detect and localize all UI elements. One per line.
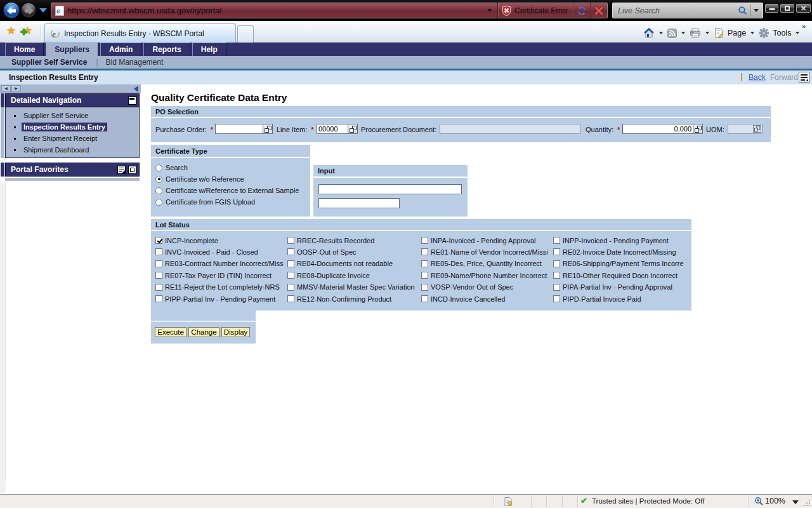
checkbox-option-pipp[interactable]: PIPP-Partial Inv - Pending Payment (155, 295, 275, 303)
page-caret-icon[interactable] (750, 32, 754, 34)
nav-tab-help[interactable]: Help (192, 43, 226, 56)
nav-tab-reports[interactable]: Reports (143, 43, 190, 56)
window-minimize-button[interactable] (765, 4, 778, 13)
checkbox[interactable] (287, 272, 294, 279)
input-field-1[interactable] (318, 184, 462, 194)
checkbox-option-re03[interactable]: RE03-Contract Number Incorrect/Miss (155, 260, 283, 268)
page-options-menu-icon[interactable] (799, 72, 809, 83)
checkbox-option-oosp[interactable]: OOSP-Out of Spec (287, 248, 357, 256)
checkbox-option-inpa[interactable]: INPA-Invoiced - Pending Approval (421, 236, 536, 244)
field-input-purchase-order-[interactable] (215, 124, 263, 134)
nav-tab-admin[interactable]: Admin (100, 43, 141, 56)
checkbox[interactable] (287, 295, 294, 302)
checkbox-option-re11[interactable]: RE11-Reject the Lot completely-NRS (155, 283, 280, 291)
sidebar-item-supplier-self-service[interactable]: Supplier Self Service (6, 110, 139, 121)
checkbox-option-inpp[interactable]: INPP-Invoiced - Pending Payment (553, 236, 669, 244)
checkbox[interactable] (421, 272, 428, 279)
subnav-item-supplier-self-service[interactable]: Supplier Self Service (11, 58, 87, 67)
print-caret-icon[interactable] (705, 32, 709, 34)
checkbox-option-re07[interactable]: RE07-Tax Payer ID (TIN) Incorrect (155, 271, 272, 279)
checkbox-option-re09[interactable]: RE09-Name/Phone Number Incorrect (421, 271, 547, 279)
search-options-caret-icon[interactable] (754, 9, 759, 12)
checkbox-option-vosp[interactable]: VOSP-Vendor Out of Spec (421, 283, 513, 291)
checkbox[interactable] (287, 248, 294, 255)
nav-tab-home[interactable]: Home (5, 43, 44, 56)
tools-menu-label[interactable]: Tools (773, 29, 791, 37)
feeds-icon[interactable] (667, 29, 677, 38)
checkbox-option-re12[interactable]: RE12-Non-Confirming Product (287, 295, 391, 303)
checkbox[interactable] (155, 295, 162, 302)
history-forward-link[interactable]: Forward (770, 73, 798, 82)
checkbox[interactable] (155, 237, 162, 244)
value-help-button[interactable] (348, 124, 358, 134)
checkbox[interactable] (553, 260, 560, 267)
checkbox-option-re02[interactable]: RE02-Invoice Date Incorrect/Missing (553, 248, 676, 256)
home-icon[interactable] (643, 28, 655, 38)
display-button[interactable]: Display (221, 327, 250, 337)
checkbox[interactable] (553, 237, 560, 244)
recent-pages-caret-icon[interactable] (39, 8, 47, 13)
radio-option-search[interactable]: Search (155, 162, 310, 173)
checkbox-option-incd[interactable]: INCD-Invoice Cancelled (421, 295, 505, 303)
checkbox[interactable] (287, 260, 294, 267)
home-caret-icon[interactable] (659, 32, 663, 34)
sidebar-item-inspection-results-entry[interactable]: Inspection Results Entry (6, 121, 139, 133)
checkbox-option-re08[interactable]: RE08-Duplicate Invoice (287, 271, 370, 279)
checkbox[interactable] (553, 248, 560, 255)
favorites-list-view-icon[interactable] (117, 166, 126, 174)
radio-button[interactable] (155, 164, 162, 171)
radio-option-certificate-from-fgis-upload[interactable]: Certificate from FGIS Upload (155, 196, 310, 208)
radio-option-certificate-w-reference-to-external-sample[interactable]: Certificate w/Reference to External Samp… (155, 185, 310, 196)
zoom-icon[interactable] (754, 497, 764, 506)
checkbox[interactable] (155, 248, 162, 255)
resize-grip[interactable] (803, 499, 811, 507)
input-field-2[interactable] (318, 198, 400, 208)
browser-back-button[interactable] (3, 2, 20, 18)
checkbox[interactable] (421, 260, 428, 267)
address-url[interactable]: https://wbscmint.wbscm.usda.gov/irj/port… (67, 6, 487, 15)
checkbox-option-re05[interactable]: RE05-Des, Price, Quantity Incorrect (421, 260, 542, 268)
checkbox[interactable] (155, 284, 162, 291)
radio-option-certificate-w-o-reference[interactable]: Certificate w/o Reference (155, 173, 310, 185)
checkbox-option-re04[interactable]: RE04-Documents not readable (287, 260, 393, 268)
checkbox-option-pipd[interactable]: PIPD-Partial Invoice Paid (553, 295, 641, 303)
checkbox-option-re10[interactable]: RE10-Other Required Docn Incorrect (553, 271, 678, 279)
value-help-button[interactable] (263, 124, 273, 134)
radio-button[interactable] (155, 176, 162, 183)
field-input-quantity-[interactable]: 0.000 (622, 124, 693, 134)
favorites-star-icon[interactable]: ★ (6, 25, 16, 36)
refresh-button[interactable] (573, 3, 590, 18)
checkbox[interactable] (155, 260, 162, 267)
checkbox-option-re01[interactable]: RE01-Name of Vendor Incorrect/Missi (421, 248, 548, 256)
checkbox-option-pipa[interactable]: PIPA-Partial Inv - Pending Approval (553, 283, 672, 291)
checkbox[interactable] (287, 237, 294, 244)
value-help-button[interactable] (693, 124, 703, 134)
history-back-link[interactable]: Back (749, 73, 766, 82)
checkbox[interactable] (421, 284, 428, 291)
browser-forward-button[interactable] (21, 3, 36, 18)
window-maximize-button[interactable] (780, 4, 794, 13)
tools-caret-icon[interactable] (796, 32, 799, 34)
sidebar-item-enter-shipment-receipt[interactable]: Enter Shipment Receipt (6, 133, 139, 144)
window-close-button[interactable]: ✕ (796, 4, 811, 13)
more-toolbar-chevron-icon[interactable]: » (802, 22, 806, 30)
checkbox-option-rrec[interactable]: RREC-Results Recorded (287, 236, 374, 244)
checkbox-option-incp[interactable]: INCP-Incomplete (155, 236, 218, 244)
subnav-item-bid-management[interactable]: Bid Management (106, 58, 164, 67)
checkbox[interactable] (553, 272, 560, 279)
checkbox-option-re06[interactable]: RE06-Shipping/Payment Terms Incorre (553, 260, 684, 268)
nav-tab-suppliers[interactable]: Suppliers (46, 43, 98, 56)
certificate-error-button[interactable]: Certificate Error (498, 3, 573, 18)
new-tab-button[interactable] (237, 25, 254, 43)
checkbox[interactable] (287, 284, 294, 291)
sidebar-item-shipment-dashboard[interactable]: Shipment Dashboard (6, 144, 139, 156)
checkbox[interactable] (421, 237, 428, 244)
checkbox[interactable] (421, 248, 428, 255)
feeds-caret-icon[interactable] (681, 32, 685, 34)
radio-button[interactable] (155, 199, 162, 206)
execute-button[interactable]: Execute (155, 327, 187, 337)
zoom-caret-icon[interactable] (792, 500, 799, 504)
checkbox[interactable] (553, 295, 560, 302)
checkbox[interactable] (155, 272, 162, 279)
scroll-left-button[interactable]: ◄ (1, 85, 11, 92)
